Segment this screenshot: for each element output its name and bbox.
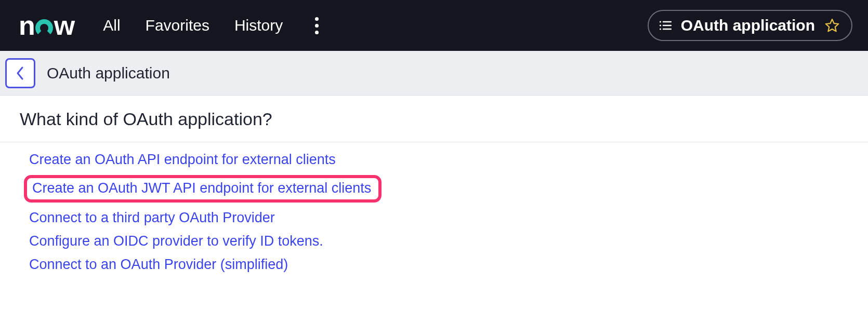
list-icon: [659, 20, 672, 31]
highlight-annotation: Create an OAuth JWT API endpoint for ext…: [24, 175, 382, 203]
page-title: What kind of OAuth application?: [0, 96, 868, 142]
svg-marker-6: [826, 19, 839, 31]
option-connect-third-party-oauth[interactable]: Connect to a third party OAuth Provider: [29, 210, 275, 226]
primary-nav: All Favorites History: [103, 13, 323, 38]
nav-favorites[interactable]: Favorites: [146, 17, 209, 34]
option-create-oauth-jwt-api-endpoint[interactable]: Create an OAuth JWT API endpoint for ext…: [32, 180, 371, 196]
svg-point-4: [660, 28, 661, 30]
option-configure-oidc-provider[interactable]: Configure an OIDC provider to verify ID …: [29, 233, 323, 249]
context-pill[interactable]: OAuth application: [648, 10, 852, 41]
option-create-oauth-api-endpoint[interactable]: Create an OAuth API endpoint for externa…: [29, 152, 336, 168]
svg-point-0: [660, 21, 661, 22]
oauth-type-options: Create an OAuth API endpoint for externa…: [0, 142, 868, 273]
logo-letter: w: [54, 10, 74, 41]
logo-o-icon: [35, 19, 53, 37]
back-button[interactable]: [5, 58, 35, 88]
breadcrumb-title: OAuth application: [47, 64, 170, 82]
svg-point-2: [660, 24, 661, 26]
star-icon[interactable]: [824, 18, 840, 33]
sub-header: OAuth application: [0, 51, 868, 96]
nav-all[interactable]: All: [103, 17, 120, 34]
chevron-left-icon: [15, 65, 26, 81]
nav-history[interactable]: History: [234, 17, 283, 34]
option-connect-oauth-simplified[interactable]: Connect to an OAuth Provider (simplified…: [29, 257, 288, 273]
top-bar: nw All Favorites History OAuth applicati…: [0, 0, 868, 51]
main-content: What kind of OAuth application? Create a…: [0, 96, 868, 273]
context-label: OAuth application: [681, 17, 815, 34]
logo[interactable]: nw: [19, 10, 74, 41]
logo-letter: n: [19, 10, 34, 41]
more-menu-icon[interactable]: [311, 13, 323, 38]
